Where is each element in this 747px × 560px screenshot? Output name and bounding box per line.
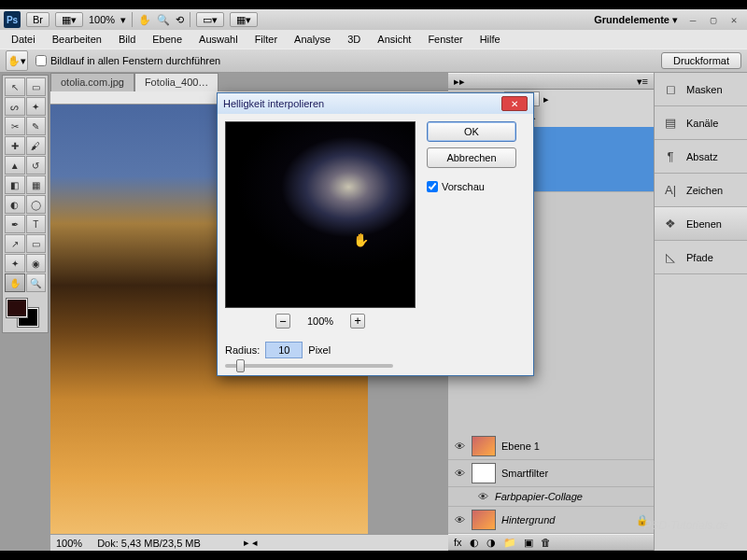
layer-name: Smartfilter <box>501 468 548 479</box>
zoom-in-button[interactable]: + <box>350 314 365 329</box>
doc-tab-2[interactable]: Fotolia_400… <box>134 73 219 91</box>
3d-camera-tool[interactable]: ◉ <box>26 254 47 273</box>
maximize-button[interactable]: ▢ <box>704 13 723 26</box>
interpolate-brightness-dialog: Helligkeit interpolieren ✕ ✋ − 100% + Ra… <box>217 92 534 376</box>
menu-fenster[interactable]: Fenster <box>420 32 470 47</box>
minimize-button[interactable]: — <box>684 13 702 26</box>
ok-button[interactable]: OK <box>427 121 516 142</box>
shape-tool[interactable]: ▭ <box>26 234 47 253</box>
blur-tool[interactable]: ◐ <box>5 195 25 214</box>
menu-ansicht[interactable]: Ansicht <box>370 32 418 47</box>
adjust-icon[interactable]: ◑ <box>486 537 496 549</box>
slider-thumb[interactable] <box>236 359 245 372</box>
menu-ebene[interactable]: Ebene <box>145 32 190 47</box>
doc-tab-1[interactable]: otolia.com.jpg <box>50 73 134 91</box>
fx-icon[interactable]: fx <box>454 537 462 548</box>
move-tool[interactable]: ↖ <box>5 77 25 96</box>
panel-strip: ◻Masken ▤Kanäle ¶Absatz A|Zeichen ❖Ebene… <box>654 73 747 551</box>
menu-datei[interactable]: Datei <box>4 32 43 47</box>
layer-name: Ebene 1 <box>501 441 540 452</box>
screen-mode-button[interactable]: ▭▾ <box>196 12 224 27</box>
preview-zoom: 100% <box>307 315 333 327</box>
brush-tool[interactable]: 🖌 <box>26 136 47 155</box>
strip-ebenen[interactable]: ❖Ebenen <box>655 207 747 241</box>
strip-absatz[interactable]: ¶Absatz <box>655 140 747 174</box>
cancel-button[interactable]: Abbrechen <box>427 147 516 168</box>
lasso-tool[interactable]: ᔕ <box>5 97 25 116</box>
menu-auswahl[interactable]: Auswahl <box>191 32 246 47</box>
mask-icon: ◻ <box>662 81 679 98</box>
menu-hilfe[interactable]: Hilfe <box>472 32 508 47</box>
zoom-icon[interactable]: 🔍 <box>157 14 170 26</box>
workspace-switcher[interactable]: Grundelemente ▾ <box>594 14 678 26</box>
gradient-tool[interactable]: ▦ <box>26 175 47 194</box>
visibility-icon[interactable]: 👁 <box>476 490 489 503</box>
strip-kanaele[interactable]: ▤Kanäle <box>655 106 747 140</box>
layer-row[interactable]: 👁 Hintergrund 🔒 <box>448 507 654 534</box>
menu-bild[interactable]: Bild <box>111 32 143 47</box>
hand-tool[interactable]: ✋ <box>5 273 25 292</box>
close-button[interactable]: ✕ <box>725 13 743 26</box>
menu-analyse[interactable]: Analyse <box>287 32 338 47</box>
3d-tool[interactable]: ✦ <box>5 254 25 273</box>
eyedropper-tool[interactable]: ✎ <box>26 117 47 135</box>
trash-icon[interactable]: 🗑 <box>541 537 551 548</box>
wand-tool[interactable]: ✦ <box>26 97 47 116</box>
menu-bar: Datei Bearbeiten Bild Ebene Auswahl Filt… <box>0 30 747 49</box>
rotate-icon[interactable]: ⟲ <box>176 14 184 26</box>
hand-tool-icon[interactable]: ✋▾ <box>6 50 28 71</box>
dialog-titlebar[interactable]: Helligkeit interpolieren ✕ <box>218 93 533 114</box>
document-tabs: otolia.com.jpg Fotolia_400… <box>50 73 218 91</box>
dodge-tool[interactable]: ◯ <box>26 195 47 214</box>
zoom-tool[interactable]: 🔍 <box>26 273 47 292</box>
crop-tool[interactable]: ✂ <box>5 117 25 135</box>
fg-color-swatch[interactable] <box>7 299 27 317</box>
history-brush-tool[interactable]: ↺ <box>26 156 47 175</box>
print-format-button[interactable]: Druckformat <box>661 52 741 69</box>
dialog-close-button[interactable]: ✕ <box>501 96 528 111</box>
layer-row[interactable]: 👁 Farbpapier-Collage <box>448 487 654 507</box>
path-tool[interactable]: ↗ <box>5 234 25 253</box>
layer-row[interactable]: 👁 Smartfilter <box>448 460 654 487</box>
menu-filter[interactable]: Filter <box>247 32 285 47</box>
folder-icon[interactable]: 📁 <box>503 537 516 549</box>
preview-checkbox[interactable]: Vorschau <box>427 181 516 192</box>
marquee-tool[interactable]: ▭ <box>26 77 47 96</box>
heal-tool[interactable]: ✚ <box>5 136 25 155</box>
extras-button[interactable]: ▦▾ <box>230 12 258 27</box>
radius-label: Radius: <box>225 344 260 356</box>
stamp-tool[interactable]: ▲ <box>5 156 25 175</box>
layer-thumb <box>472 436 496 456</box>
hand-icon[interactable]: ✋ <box>138 14 151 26</box>
bridge-button[interactable]: Br <box>26 12 49 27</box>
filter-preview[interactable]: ✋ <box>225 121 416 308</box>
status-zoom[interactable]: 100% <box>56 538 82 549</box>
radius-slider[interactable] <box>225 364 393 368</box>
title-bar: Ps Br ▦▾ 100%▾ ✋ 🔍 ⟲ ▭▾ ▦▾ Grundelemente… <box>0 9 747 30</box>
new-layer-icon[interactable]: ▣ <box>524 537 533 549</box>
color-swatches[interactable] <box>5 297 42 330</box>
scroll-all-checkbox[interactable]: Bildlauf in allen Fenstern durchführen <box>35 55 220 66</box>
character-icon: A| <box>662 182 679 199</box>
radius-input[interactable] <box>265 342 303 358</box>
visibility-icon[interactable]: 👁 <box>453 440 466 453</box>
type-tool[interactable]: T <box>26 215 47 233</box>
layer-thumb <box>472 510 496 530</box>
strip-masken[interactable]: ◻Masken <box>655 73 747 106</box>
layers-footer: fx ◐ ◑ 📁 ▣ 🗑 <box>448 534 654 551</box>
mask-icon[interactable]: ◐ <box>470 537 479 549</box>
radius-unit: Pixel <box>308 344 331 356</box>
visibility-icon[interactable]: 👁 <box>453 513 466 526</box>
hand-cursor-icon: ✋ <box>353 232 369 247</box>
menu-bearbeiten[interactable]: Bearbeiten <box>45 32 109 47</box>
visibility-icon[interactable]: 👁 <box>453 467 466 480</box>
layer-row[interactable]: 👁 Ebene 1 <box>448 433 654 460</box>
menu-3d[interactable]: 3D <box>340 32 368 47</box>
eraser-tool[interactable]: ◧ <box>5 175 25 194</box>
pen-tool[interactable]: ✒ <box>5 215 25 233</box>
strip-zeichen[interactable]: A|Zeichen <box>655 174 747 207</box>
zoom-out-button[interactable]: − <box>275 314 290 329</box>
arrange-docs-button[interactable]: ▦▾ <box>55 12 83 27</box>
strip-pfade[interactable]: ◺Pfade <box>655 241 747 274</box>
layers-icon: ❖ <box>662 216 679 232</box>
